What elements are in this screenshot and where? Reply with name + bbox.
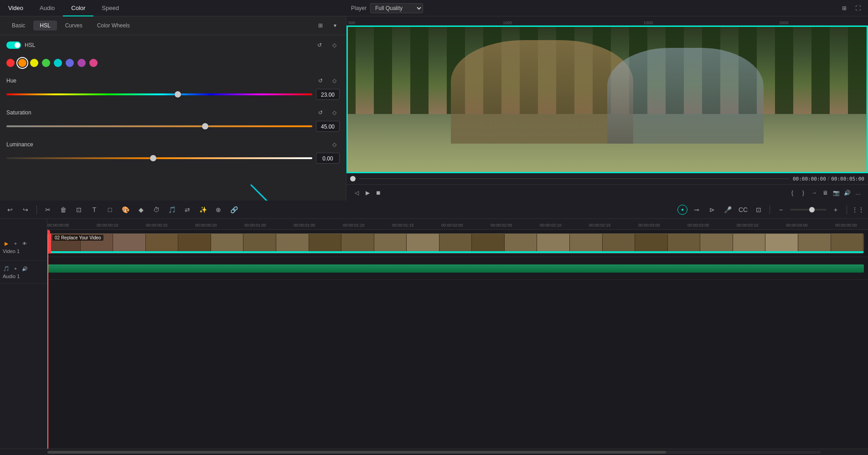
- grid-icon[interactable]: ⊞: [839, 3, 850, 14]
- hsl-diamond-icon[interactable]: ◇: [329, 40, 340, 51]
- luminance-diamond-icon[interactable]: ◇: [329, 139, 340, 150]
- audio-tool[interactable]: 🎵: [165, 203, 178, 216]
- delete-tool[interactable]: 🗑: [57, 203, 70, 216]
- hue-thumb[interactable]: [175, 91, 181, 98]
- hue-reset-icon[interactable]: ↺: [315, 75, 326, 86]
- luminance-track[interactable]: [6, 157, 312, 159]
- hue-diamond-icon[interactable]: ◇: [329, 75, 340, 86]
- snap-btn[interactable]: ⊸: [690, 203, 703, 216]
- luminance-slider-row: Luminance ◇ 0.00: [6, 139, 340, 164]
- panel-toggle-icon[interactable]: ⊞: [315, 20, 326, 31]
- saturation-value[interactable]: 45.00: [316, 121, 340, 132]
- redo-button[interactable]: ↪: [19, 203, 32, 216]
- monitor-icon[interactable]: 🖥: [820, 187, 831, 198]
- circle-yellow[interactable]: [30, 59, 38, 67]
- more-icon[interactable]: …: [852, 187, 863, 198]
- zoom-in-btn[interactable]: +: [829, 203, 842, 216]
- video-eye-icon[interactable]: 👁: [21, 240, 28, 247]
- timeline-scrollbar[interactable]: [0, 449, 868, 455]
- player-controls: ◁ ▶ ⏹ { } → 🖥 📷 🔊 …: [346, 184, 868, 201]
- saturation-reset-icon[interactable]: ↺: [315, 107, 326, 118]
- playhead-dot[interactable]: [350, 176, 356, 181]
- tab-video[interactable]: Video: [0, 0, 31, 16]
- luminance-value[interactable]: 0.00: [316, 153, 340, 164]
- time-ruler: 00:00:00:05 00:00:00:10 00:00:00:15 00:0…: [47, 219, 868, 230]
- circle-red[interactable]: [6, 59, 15, 67]
- stop-button[interactable]: ⏹: [373, 187, 384, 198]
- caption-btn[interactable]: CC: [737, 203, 749, 216]
- saturation-diamond-icon[interactable]: ◇: [329, 107, 340, 118]
- player-label: Player: [351, 5, 367, 11]
- circle-blue[interactable]: [66, 59, 74, 67]
- link-tool[interactable]: 🔗: [227, 203, 240, 216]
- subtab-curves[interactable]: Curves: [59, 21, 89, 31]
- hue-value[interactable]: 23.00: [316, 89, 340, 100]
- labels-header-space: [0, 230, 47, 233]
- panel-chevron-icon[interactable]: ▾: [330, 20, 341, 31]
- step-back-button[interactable]: ◁: [351, 187, 362, 198]
- crop-tool[interactable]: ⊡: [72, 203, 85, 216]
- split-tool[interactable]: ✂: [41, 203, 54, 216]
- saturation-thumb[interactable]: [202, 123, 208, 129]
- circle-cyan[interactable]: [54, 59, 62, 67]
- timeline-main: ▶ + 👁 Video 1 🎵 + 🔊: [0, 219, 868, 449]
- quality-select[interactable]: Full Quality Half Quality Quarter Qualit…: [370, 3, 423, 13]
- tab-speed[interactable]: Speed: [93, 0, 127, 16]
- transition-tool[interactable]: ⇄: [181, 203, 194, 216]
- luminance-thumb[interactable]: [150, 155, 156, 161]
- audio-mute-icon[interactable]: 🔊: [21, 265, 28, 272]
- effect-tool[interactable]: ✨: [196, 203, 209, 216]
- subtab-hsl[interactable]: HSL: [33, 21, 57, 31]
- voice-btn[interactable]: 🎤: [721, 203, 734, 216]
- mark-out-icon[interactable]: }: [798, 187, 809, 198]
- video-track: 02 Replace Your Video: [47, 230, 868, 257]
- play-button[interactable]: ▶: [362, 187, 373, 198]
- snapshot-icon[interactable]: 📷: [831, 187, 842, 198]
- undo-button[interactable]: ↩: [4, 203, 16, 216]
- hsl-reset-icon[interactable]: ↺: [314, 40, 325, 51]
- circle-orange[interactable]: [18, 59, 26, 67]
- audio-icon[interactable]: 🔊: [842, 187, 852, 198]
- video-clip[interactable]: 02 Replace Your Video: [47, 233, 864, 253]
- toolbar-sep-2: [770, 205, 770, 214]
- clip-label: 02 Replace Your Video: [52, 235, 103, 241]
- color-tool[interactable]: 🎨: [119, 203, 132, 216]
- hue-slider-row: Hue ↺ ◇ 23.00: [6, 75, 340, 100]
- audio-add-icon[interactable]: +: [12, 265, 19, 272]
- text-tool[interactable]: T: [88, 203, 101, 216]
- tab-color[interactable]: Color: [63, 0, 93, 16]
- top-tabs: Video Audio Color Speed: [0, 0, 346, 16]
- track-labels: ▶ + 👁 Video 1 🎵 + 🔊: [0, 219, 47, 449]
- circle-green[interactable]: [42, 59, 50, 67]
- video-add-icon[interactable]: +: [12, 240, 19, 247]
- circle-magenta[interactable]: [89, 59, 98, 67]
- scrollbar-thumb[interactable]: [47, 451, 666, 454]
- shape-tool[interactable]: □: [103, 203, 116, 216]
- subtab-colorwheels[interactable]: Color Wheels: [91, 21, 136, 31]
- marker-btn[interactable]: ⊳: [706, 203, 718, 216]
- subtab-basic[interactable]: Basic: [5, 21, 31, 31]
- speed-tool[interactable]: ⏱: [150, 203, 163, 216]
- keyframe-tool[interactable]: ◆: [134, 203, 147, 216]
- fullscreen-icon[interactable]: ⛶: [852, 3, 863, 14]
- hue-track[interactable]: [6, 93, 312, 95]
- circle-purple[interactable]: [78, 59, 86, 67]
- playhead-area: 00:00:00:00 / 00:00:05:00: [346, 173, 868, 184]
- overlay-tool[interactable]: ⊕: [212, 203, 225, 216]
- extract-icon[interactable]: →: [809, 187, 820, 198]
- hsl-toggle[interactable]: [6, 41, 21, 49]
- mark-in-icon[interactable]: {: [787, 187, 798, 198]
- tab-audio[interactable]: Audio: [31, 0, 63, 16]
- progress-bar[interactable]: [359, 178, 789, 179]
- zoom-slider[interactable]: [790, 209, 827, 211]
- hsl-label: HSL: [25, 42, 35, 48]
- audio-clip[interactable]: [47, 264, 864, 273]
- sliders: Hue ↺ ◇ 23.00: [0, 71, 346, 176]
- audio-track: [47, 257, 868, 280]
- zoom-out-btn[interactable]: −: [775, 203, 787, 216]
- playback-btn[interactable]: ●: [677, 205, 687, 215]
- screen-record-btn[interactable]: ⊡: [752, 203, 765, 216]
- saturation-track[interactable]: [6, 125, 312, 127]
- more-tools-btn[interactable]: ⋮⋮: [852, 203, 864, 216]
- saturation-label: Saturation: [6, 109, 315, 116]
